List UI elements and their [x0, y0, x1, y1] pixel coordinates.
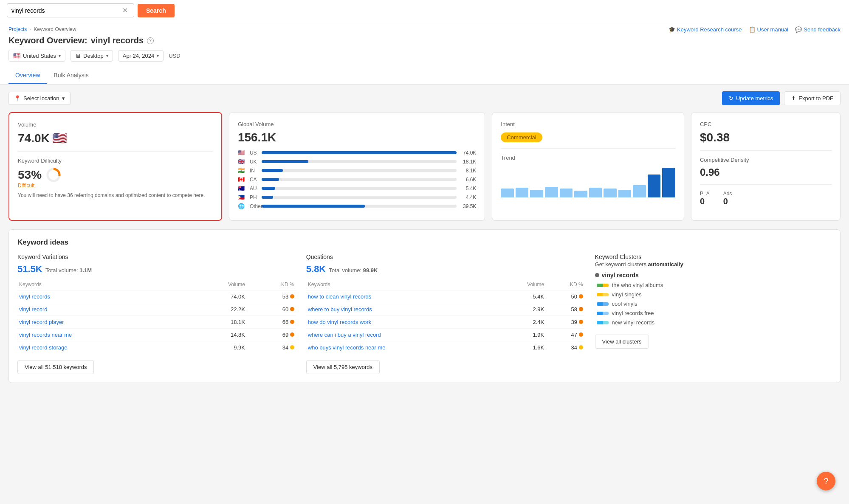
breadcrumb-projects[interactable]: Projects [8, 26, 27, 32]
location-select-button[interactable]: 📍 Select location ▾ [8, 92, 71, 105]
variations-total-label: Total volume: 1.1M [44, 267, 92, 273]
volume-cell: 2.4K [498, 316, 546, 329]
keyword-link[interactable]: vinyl record storage [19, 344, 67, 351]
pla-item: PLA 0 [700, 191, 710, 206]
questions-column: Questions 5.8K Total volume: 99.9K Keywo… [306, 253, 585, 374]
date-filter[interactable]: Apr 24, 2024 ▾ [118, 50, 164, 62]
country-bar-row: 🇺🇸 US 74.0K [238, 149, 476, 156]
bar-track-AU [262, 187, 457, 190]
tab-bulk-analysis[interactable]: Bulk Analysis [47, 68, 95, 84]
table-row: where to buy vinyl records 2.9K 58 [306, 303, 585, 316]
volume-cell: 1.9K [498, 329, 546, 341]
kd-cell: 34 [247, 341, 296, 354]
filters-row: 🇺🇸 United States ▾ 🖥 Desktop ▾ Apr 24, 2… [8, 50, 181, 62]
country-bar-row: 🇮🇳 IN 8.1K [238, 167, 476, 174]
info-icon[interactable]: ? [147, 37, 154, 44]
bar-fill-PH [262, 196, 274, 199]
cluster-item-label: vinyl records free [612, 310, 654, 316]
view-all-questions-button[interactable]: View all 5,795 keywords [306, 360, 380, 374]
country-code-US: US [250, 150, 258, 156]
feedback-label: Send feedback [804, 26, 841, 33]
trend-bar [560, 189, 573, 197]
cluster-parent-dot [595, 273, 599, 277]
keyword-link[interactable]: vinyl records [19, 293, 50, 300]
table-row: how do vinyl records work 2.4K 39 [306, 316, 585, 329]
kd-cell: 69 [247, 329, 296, 341]
volume-cell: 9.9K [186, 341, 247, 354]
keyword-link[interactable]: vinyl records near me [19, 332, 72, 338]
bar-track-US [262, 151, 457, 154]
question-link[interactable]: how to clean vinyl records [308, 293, 372, 300]
kd-dot [579, 345, 583, 349]
list-item: new vinyl records [595, 319, 832, 326]
volume-value: 74.0K 🇺🇸 [18, 131, 213, 145]
volume-cell: 22.2K [186, 303, 247, 316]
course-label: Keyword Research course [677, 26, 742, 33]
cluster-intro: Get keyword clusters automatically [595, 261, 832, 267]
page-header: Projects › Keyword Overview Keyword Over… [0, 21, 849, 84]
volume-cell: 2.9K [498, 303, 546, 316]
trend-bar [574, 191, 587, 197]
kd-row: 53% [18, 167, 213, 183]
questions-col-volume: Volume [498, 279, 546, 290]
send-feedback-link[interactable]: 💬 Send feedback [795, 26, 841, 33]
country-chevron-icon: ▾ [59, 53, 61, 58]
table-row: vinyl records near me 14.8K 69 [17, 329, 296, 341]
country-bar-row: 🇬🇧 UK 18.1K [238, 158, 476, 165]
search-input-wrap: ✕ [7, 3, 134, 17]
country-flag-PH: 🇵🇭 [238, 194, 246, 200]
question-link[interactable]: where to buy vinyl records [308, 306, 372, 313]
update-metrics-label: Update metrics [736, 95, 773, 101]
country-val-CA: 6.6K [460, 177, 476, 183]
view-all-clusters-button[interactable]: View all clusters [595, 335, 649, 349]
country-flag-US: 🇺🇸 [238, 149, 246, 156]
kd-value: 53% [18, 168, 42, 182]
keyword-course-link[interactable]: 🎓 Keyword Research course [668, 26, 742, 33]
volume-cell: 1.6K [498, 341, 546, 354]
breadcrumb: Projects › Keyword Overview [8, 26, 181, 32]
search-button[interactable]: Search [138, 4, 175, 17]
questions-col-kd: KD % [546, 279, 584, 290]
manual-icon: 📋 [749, 26, 756, 33]
pla-label: PLA [700, 191, 710, 197]
export-pdf-button[interactable]: ⬆ Export to PDF [784, 91, 841, 105]
kd-dot [579, 307, 583, 311]
device-filter[interactable]: 🖥 Desktop ▾ [71, 50, 113, 62]
cluster-item-label: the who vinyl albums [612, 282, 663, 288]
question-link[interactable]: how do vinyl records work [308, 319, 372, 325]
kd-dot [290, 307, 294, 311]
country-bar-row: 🇦🇺 AU 5.4K [238, 185, 476, 191]
keyword-link[interactable]: vinyl record [19, 306, 47, 313]
country-code-IN: IN [250, 168, 258, 174]
cpc-label: CPC [700, 121, 832, 127]
clear-search-button[interactable]: ✕ [121, 6, 130, 14]
table-row: vinyl records 74.0K 53 [17, 290, 296, 303]
toolbar: 📍 Select location ▾ ↻ Update metrics ⬆ E… [8, 91, 841, 105]
export-label: Export to PDF [798, 95, 833, 101]
page-title-keyword: vinyl records [91, 36, 144, 45]
view-all-variations-button[interactable]: View all 51,518 keywords [17, 360, 94, 374]
ads-value: 0 [723, 197, 732, 206]
country-label: United States [23, 53, 56, 59]
bar-track-Other [262, 205, 457, 208]
user-manual-link[interactable]: 📋 User manual [749, 26, 789, 33]
bar-fill-Other [262, 205, 365, 208]
list-item: vinyl singles [595, 291, 832, 298]
table-row: vinyl record player 18.1K 66 [17, 316, 296, 329]
keyword-link[interactable]: vinyl record player [19, 319, 64, 325]
country-filter[interactable]: 🇺🇸 United States ▾ [8, 50, 65, 62]
device-label: Desktop [83, 53, 104, 59]
volume-cell: 14.8K [186, 329, 247, 341]
update-metrics-button[interactable]: ↻ Update metrics [722, 91, 780, 105]
device-icon: 🖥 [75, 53, 81, 59]
search-input[interactable] [11, 7, 121, 14]
tab-overview[interactable]: Overview [8, 68, 47, 84]
variations-col-volume: Volume [186, 279, 247, 290]
question-link[interactable]: who buys vinyl records near me [308, 344, 386, 351]
bar-fill-AU [262, 187, 275, 190]
country-val-UK: 18.1K [460, 159, 476, 165]
question-link[interactable]: where can i buy a vinyl record [308, 332, 381, 338]
kd-cell: 34 [546, 341, 584, 354]
kd-label: Keyword Difficulty [18, 158, 213, 164]
cluster-color-bar [597, 293, 609, 296]
